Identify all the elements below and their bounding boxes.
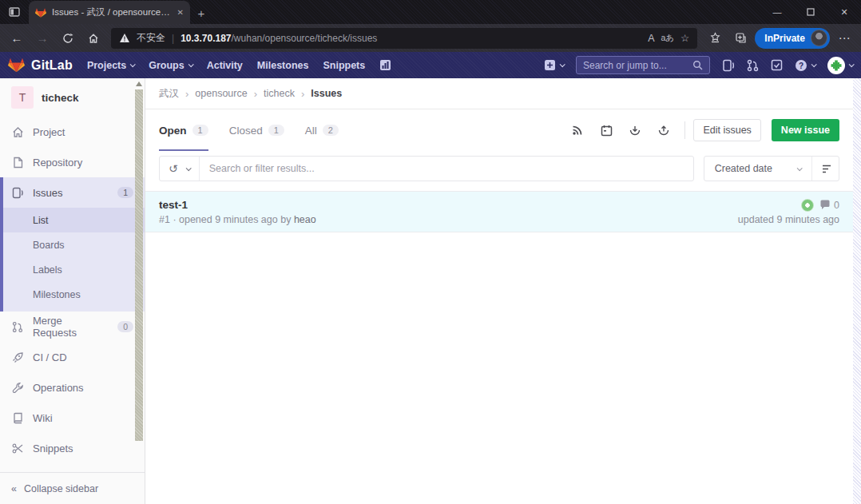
sidebar-item-repository[interactable]: Repository xyxy=(0,147,145,177)
comments-link[interactable]: 0 xyxy=(819,200,839,211)
page-scrollbar[interactable] xyxy=(853,78,861,504)
maximize-button[interactable] xyxy=(794,0,827,24)
search-placeholder: Search or jump to... xyxy=(583,60,692,71)
gitlab-brand-name: GitLab xyxy=(31,58,73,73)
document-icon xyxy=(11,157,24,169)
collapse-icon: « xyxy=(11,483,17,494)
assignee-avatar[interactable] xyxy=(801,199,814,212)
sidebar-nav: Project Repository Issues 1 List Boards … xyxy=(0,117,145,472)
close-button[interactable]: ✕ xyxy=(827,0,861,24)
chevron-down-icon xyxy=(188,62,193,67)
sidebar-item-issues[interactable]: Issues 1 xyxy=(3,177,145,208)
sidebar-item-snippets[interactable]: Snippets xyxy=(0,433,145,463)
sidebar-item-list[interactable]: List xyxy=(3,208,145,232)
breadcrumb-project[interactable]: ticheck xyxy=(264,88,295,99)
minimize-button[interactable]: — xyxy=(760,0,794,24)
breadcrumb-current: Issues xyxy=(311,88,342,99)
breadcrumb-group[interactable]: 武汉 xyxy=(159,87,179,101)
scrollbar-thumb[interactable] xyxy=(135,89,143,441)
not-secure-warning-icon xyxy=(119,33,130,43)
nav-milestones[interactable]: Milestones xyxy=(257,60,309,71)
filtered-search[interactable]: ↺ Search or filter results... xyxy=(159,156,694,181)
chevron-down-icon xyxy=(185,165,191,171)
sidebar-item-ci-cd[interactable]: CI / CD xyxy=(0,342,145,372)
new-menu-button[interactable] xyxy=(544,59,564,71)
filter-search-input[interactable]: Search or filter results... xyxy=(200,163,324,174)
issues-count-icon[interactable] xyxy=(722,59,735,72)
import-issues-button[interactable] xyxy=(651,119,676,141)
export-issues-button[interactable] xyxy=(622,119,648,141)
tab-actions-button[interactable] xyxy=(0,0,29,24)
new-tab-button[interactable]: + xyxy=(190,2,212,24)
profile-avatar xyxy=(811,30,827,46)
sidebar-item-labels[interactable]: Labels xyxy=(3,257,145,282)
open-count-badge: 1 xyxy=(192,125,208,136)
chevron-down-icon xyxy=(849,62,855,67)
breadcrumb: 武汉 › opensource › ticheck › Issues xyxy=(145,78,853,109)
sort-dropdown[interactable]: Created date xyxy=(704,163,811,174)
favorites-star-icon[interactable]: ☆ xyxy=(680,32,689,44)
header-actions: Edit issues New issue xyxy=(565,119,839,141)
global-search-box[interactable]: Search or jump to... xyxy=(576,56,710,74)
not-secure-label[interactable]: 不安全 xyxy=(137,31,165,45)
issue-row[interactable]: test-1 #1 · opened 9 minutes ago by heao… xyxy=(145,191,853,232)
browser-tab[interactable]: Issues - 武汉 / opensource / tich ✕ xyxy=(29,1,190,24)
scrollbar-up-arrow[interactable] xyxy=(136,81,142,86)
new-issue-button[interactable]: New issue xyxy=(772,119,839,141)
gitlab-brand[interactable]: GitLab xyxy=(8,57,73,73)
issue-updated: updated 9 minutes ago xyxy=(738,214,839,225)
issue-author-link[interactable]: heao xyxy=(294,214,316,225)
edit-issues-button[interactable]: Edit issues xyxy=(693,119,760,141)
sidebar-item-project[interactable]: Project xyxy=(0,117,145,147)
window-controls: — ✕ xyxy=(760,0,861,24)
browser-essentials-icon[interactable] xyxy=(729,27,752,50)
breadcrumb-subgroup[interactable]: opensource xyxy=(195,88,247,99)
sort-direction-button[interactable] xyxy=(811,157,839,181)
project-sidebar: T ticheck Project Repository Issues 1 Li… xyxy=(0,78,145,504)
rss-feed-button[interactable] xyxy=(565,119,590,141)
url-text[interactable]: 10.3.70.187/wuhan/opensource/ticheck/iss… xyxy=(181,33,377,44)
read-aloud-icon[interactable]: A xyxy=(648,33,654,44)
home-button[interactable] xyxy=(82,27,105,50)
settings-more-icon[interactable]: ⋯ xyxy=(833,27,855,50)
help-menu[interactable]: ? xyxy=(795,59,815,72)
browser-toolbar: ← → 不安全 | 10.3.70.187/wuhan/opensource/t… xyxy=(0,24,861,52)
issue-title-link[interactable]: test-1 xyxy=(159,199,316,211)
project-header[interactable]: T ticheck xyxy=(0,78,145,117)
sidebar-item-merge-requests[interactable]: Merge Requests 0 xyxy=(0,312,145,342)
svg-text:?: ? xyxy=(799,61,803,69)
sidebar-item-milestones[interactable]: Milestones xyxy=(3,282,145,307)
collapse-sidebar-button[interactable]: « Collapse sidebar xyxy=(0,472,145,504)
calendar-button[interactable] xyxy=(593,119,619,141)
history-icon: ↺ xyxy=(169,162,178,175)
translate-icon[interactable]: aあ xyxy=(661,33,674,44)
tab-open[interactable]: Open 1 xyxy=(159,109,208,151)
tab-title: Issues - 武汉 / opensource / tich xyxy=(52,6,172,18)
nav-snippets[interactable]: Snippets xyxy=(323,60,365,71)
scissors-icon xyxy=(11,442,24,454)
sidebar-item-boards[interactable]: Boards xyxy=(3,232,145,257)
todos-icon[interactable] xyxy=(771,59,783,71)
merge-requests-count-icon[interactable] xyxy=(747,59,759,72)
user-menu[interactable] xyxy=(827,57,853,74)
sidebar-item-operations[interactable]: Operations xyxy=(0,372,145,403)
recent-searches-dropdown[interactable]: ↺ xyxy=(160,157,200,181)
nav-activity[interactable]: Activity xyxy=(207,60,243,71)
refresh-button[interactable] xyxy=(57,27,79,50)
merge-request-icon xyxy=(11,321,24,333)
charts-icon[interactable] xyxy=(379,59,391,71)
address-bar[interactable]: 不安全 | 10.3.70.187/wuhan/opensource/tiche… xyxy=(111,28,697,49)
sidebar-item-wiki[interactable]: Wiki xyxy=(0,403,145,433)
back-button[interactable]: ← xyxy=(6,27,28,50)
collections-icon[interactable] xyxy=(704,27,726,50)
nav-groups[interactable]: Groups xyxy=(149,60,192,71)
tab-closed[interactable]: Closed 1 xyxy=(229,109,284,151)
tab-all[interactable]: All 2 xyxy=(305,109,339,151)
closed-count-badge: 1 xyxy=(268,125,284,136)
sidebar-scrollbar[interactable] xyxy=(134,80,144,470)
rocket-icon xyxy=(11,351,24,363)
tab-close-icon[interactable]: ✕ xyxy=(177,8,184,17)
inprivate-badge[interactable]: InPrivate xyxy=(755,28,830,49)
nav-projects[interactable]: Projects xyxy=(87,60,134,71)
navbar-right: Search or jump to... ? xyxy=(544,56,853,74)
